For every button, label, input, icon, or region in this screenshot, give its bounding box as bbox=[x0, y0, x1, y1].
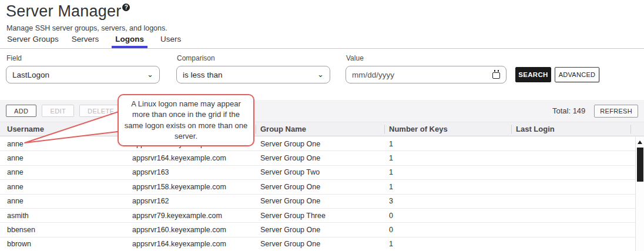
callout-annotation: A Linux logon name may appear more than … bbox=[118, 94, 254, 146]
add-button[interactable]: ADD bbox=[6, 105, 36, 117]
page-subtitle: Manage SSH server groups, servers, and l… bbox=[6, 24, 167, 32]
scroll-up-icon[interactable] bbox=[638, 140, 642, 144]
page-title: Server Manager bbox=[6, 2, 121, 20]
cell-username: asmith bbox=[7, 212, 132, 220]
cell-username: anne bbox=[7, 168, 132, 176]
cell-group-name: Server Group Two bbox=[260, 168, 389, 176]
value-label: Value bbox=[346, 54, 507, 62]
advanced-button[interactable]: ADVANCED bbox=[555, 67, 599, 82]
cell-number-of-keys: 1 bbox=[389, 168, 516, 176]
chevron-down-icon: ⌄ bbox=[147, 72, 153, 78]
tab-bar: Server Groups Servers Logons Users bbox=[0, 34, 644, 49]
cell-server: appsrvr163 bbox=[132, 168, 260, 176]
cell-server: appsrvr160.keyexample.com bbox=[132, 226, 260, 234]
comparison-select[interactable]: is less than ⌄ bbox=[176, 66, 330, 83]
calendar-icon[interactable] bbox=[492, 72, 500, 79]
field-select-value: LastLogon bbox=[12, 71, 49, 79]
column-header-group-name: Group Name bbox=[260, 125, 389, 133]
value-filter-group: Value bbox=[346, 54, 507, 83]
column-header-number-of-keys: Number of Keys bbox=[389, 125, 516, 133]
cell-server: appsrvr164.keyexample.com bbox=[132, 154, 260, 162]
cell-server: appsrvr162 bbox=[132, 197, 260, 205]
search-button[interactable]: SEARCH bbox=[515, 67, 551, 82]
cell-username: anne bbox=[7, 140, 132, 148]
table-row[interactable]: anne appsrvr161.keyexample.com Server Gr… bbox=[0, 137, 635, 151]
cell-group-name: Server Group Three bbox=[260, 212, 389, 220]
chevron-down-icon: ⌄ bbox=[317, 72, 324, 78]
logons-grid: ADD EDIT DELETE Total: 149 REFRESH Usern… bbox=[0, 100, 644, 251]
comparison-select-value: is less than bbox=[183, 71, 223, 79]
comparison-filter-group: Comparison is less than ⌄ bbox=[176, 54, 330, 83]
cell-group-name: Server Group One bbox=[260, 154, 389, 162]
cell-number-of-keys: 1 bbox=[389, 154, 516, 162]
cell-username: bbrown bbox=[7, 240, 132, 248]
cell-username: anne bbox=[7, 197, 132, 205]
cell-number-of-keys: 0 bbox=[389, 226, 516, 234]
comparison-label: Comparison bbox=[177, 54, 330, 62]
table-row[interactable]: bbrown appsrvr164.keyexample.com Server … bbox=[0, 237, 635, 251]
scrollbar-thumb[interactable] bbox=[637, 148, 643, 182]
table-row[interactable]: anne appsrvr164.keyexample.com Server Gr… bbox=[0, 151, 635, 165]
total-count: Total: 149 bbox=[552, 106, 585, 115]
field-filter-group: Field LastLogon ⌄ bbox=[6, 54, 160, 83]
delete-button: DELETE bbox=[79, 105, 122, 117]
table-row[interactable]: anne appsrvr162 Server Group One 3 bbox=[0, 195, 635, 209]
callout-text: A Linux logon name may appear more than … bbox=[123, 99, 249, 142]
table-row[interactable]: asmith appsrvr79.keyexample.com Server G… bbox=[0, 209, 635, 223]
cell-username: anne bbox=[7, 154, 132, 162]
refresh-button[interactable]: REFRESH bbox=[594, 105, 638, 118]
edit-button: EDIT bbox=[42, 105, 74, 117]
cell-username: bbensen bbox=[7, 226, 132, 234]
column-header-username: Username bbox=[7, 125, 132, 133]
value-date-input[interactable] bbox=[352, 71, 492, 79]
table-row[interactable]: anne appsrvr158.keyexample.com Server Gr… bbox=[0, 180, 635, 194]
tab-users[interactable]: Users bbox=[160, 35, 181, 48]
cell-number-of-keys: 1 bbox=[389, 240, 516, 248]
help-icon[interactable]: ? bbox=[122, 4, 130, 11]
value-date-control bbox=[346, 66, 507, 83]
cell-server: appsrvr164.keyexample.com bbox=[132, 240, 260, 248]
cell-server: appsrvr79.keyexample.com bbox=[132, 212, 260, 220]
tab-servers[interactable]: Servers bbox=[72, 35, 99, 48]
cell-group-name: Server Group One bbox=[260, 197, 389, 205]
tab-logons[interactable]: Logons bbox=[112, 35, 147, 48]
page-header: Server Manager? Manage SSH server groups… bbox=[6, 2, 167, 32]
table-row[interactable]: anne appsrvr163 Server Group Two 1 bbox=[0, 166, 635, 180]
cell-server: appsrvr158.keyexample.com bbox=[132, 183, 260, 191]
field-label: Field bbox=[6, 54, 160, 62]
tab-server-groups[interactable]: Server Groups bbox=[7, 35, 59, 48]
vertical-scrollbar[interactable] bbox=[635, 137, 644, 251]
column-header-last-login: Last Login bbox=[516, 125, 644, 133]
table-row[interactable]: bbensen appsrvr160.keyexample.com Server… bbox=[0, 223, 635, 237]
cell-group-name: Server Group One bbox=[260, 140, 389, 148]
cell-username: anne bbox=[7, 183, 132, 191]
cell-number-of-keys: 3 bbox=[389, 197, 516, 205]
cell-number-of-keys: 0 bbox=[389, 212, 516, 220]
field-select[interactable]: LastLogon ⌄ bbox=[6, 66, 160, 83]
cell-number-of-keys: 1 bbox=[389, 183, 516, 191]
cell-number-of-keys: 1 bbox=[389, 140, 516, 148]
server-manager-page: Server Manager? Manage SSH server groups… bbox=[0, 0, 644, 251]
grid-header-row: Username Group Name Number of Keys Last … bbox=[0, 122, 644, 136]
grid-body: anne appsrvr161.keyexample.com Server Gr… bbox=[0, 137, 635, 251]
cell-group-name: Server Group One bbox=[260, 183, 389, 191]
grid-toolbar: ADD EDIT DELETE Total: 149 REFRESH bbox=[0, 100, 644, 122]
cell-group-name: Server Group One bbox=[260, 226, 389, 234]
cell-group-name: Server Group One bbox=[260, 240, 389, 248]
filter-bar: Field LastLogon ⌄ Comparison is less tha… bbox=[0, 54, 644, 88]
